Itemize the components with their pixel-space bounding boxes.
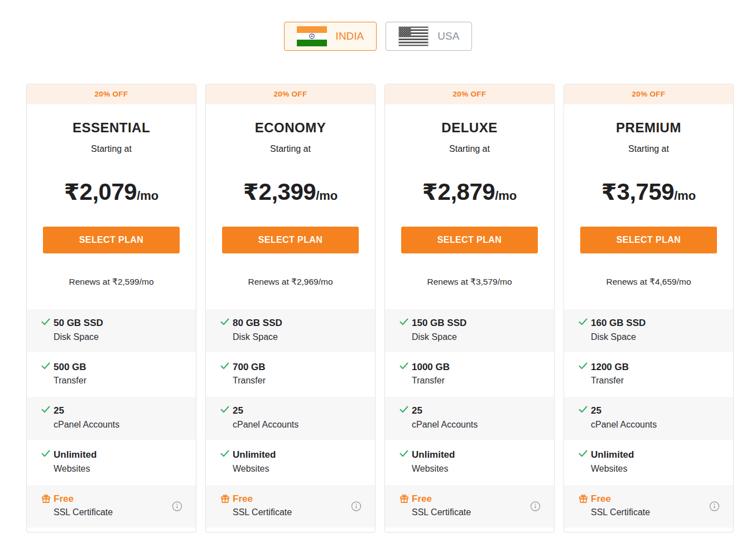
feature-value: 500 GB: [54, 361, 86, 375]
select-plan-button[interactable]: SELECT PLAN: [222, 227, 359, 253]
plan-card: 20% OFF DELUXE Starting at ₹2,879/mo SEL…: [384, 84, 555, 533]
plan-card: 20% OFF ESSENTIAL Starting at ₹2,079/mo …: [26, 84, 196, 533]
starting-at-label: Starting at: [206, 144, 375, 154]
plan-price: ₹3,759/mo: [564, 179, 733, 205]
feature-row-websites: Unlimited Websites: [27, 440, 196, 484]
feature-value: Free: [412, 492, 471, 506]
feature-value: 80 GB SSD: [233, 316, 282, 330]
plan-card: 20% OFF PREMIUM Starting at ₹3,759/mo SE…: [564, 84, 734, 533]
rupee-symbol: ₹: [243, 180, 259, 204]
gift-icon: [579, 494, 591, 503]
price-amount: 2,079: [80, 179, 137, 205]
select-plan-button[interactable]: SELECT PLAN: [580, 227, 717, 253]
feature-row-cpanel: 25 cPanel Accounts: [27, 396, 196, 440]
check-icon: [399, 450, 412, 457]
india-flag-icon: [297, 26, 327, 46]
renewal-price: Renews at ₹2,599/mo: [27, 277, 196, 309]
feature-row-websites: Unlimited Websites: [206, 440, 375, 484]
feature-row-cpanel: 25 cPanel Accounts: [564, 396, 733, 440]
feature-row-disk: 160 GB SSD Disk Space: [564, 309, 733, 352]
feature-row-ssl: Free SSL Certificate: [564, 484, 733, 528]
check-icon: [579, 318, 591, 325]
discount-badge: 20% OFF: [564, 84, 733, 104]
feature-row-ssl: Free SSL Certificate: [27, 484, 196, 528]
feature-label: Websites: [54, 462, 97, 476]
feature-label: cPanel Accounts: [54, 418, 119, 431]
price-period: /mo: [316, 189, 338, 203]
select-plan-button[interactable]: SELECT PLAN: [401, 227, 538, 253]
feature-row-ssl: Free SSL Certificate: [385, 484, 554, 528]
feature-label: Disk Space: [54, 330, 103, 344]
plan-name: ESSENTIAL: [27, 120, 196, 136]
price-amount: 2,399: [259, 179, 316, 205]
info-icon[interactable]: [530, 501, 541, 511]
discount-badge: 20% OFF: [27, 84, 196, 104]
feature-label: Transfer: [591, 374, 629, 387]
feature-row-disk: 80 GB SSD Disk Space: [206, 309, 375, 352]
feature-value: Free: [54, 492, 113, 506]
plan-price: ₹2,879/mo: [385, 179, 554, 205]
feature-value: 25: [233, 404, 298, 418]
rupee-symbol: ₹: [601, 180, 617, 204]
feature-value: 25: [412, 404, 478, 418]
country-button-india[interactable]: INDIA: [284, 22, 377, 51]
price-period: /mo: [137, 189, 158, 203]
feature-list: 150 GB SSD Disk Space 1000 GB Transfer: [385, 309, 554, 527]
feature-label: cPanel Accounts: [412, 418, 478, 431]
price-amount: 2,879: [438, 179, 495, 205]
feature-label: Websites: [412, 462, 455, 476]
country-button-usa[interactable]: USA: [386, 22, 472, 51]
rupee-symbol: ₹: [422, 180, 438, 204]
feature-row-disk: 50 GB SSD Disk Space: [27, 309, 196, 352]
check-icon: [579, 450, 591, 457]
feature-list: 50 GB SSD Disk Space 500 GB Transfer 2: [27, 309, 196, 527]
gift-icon: [41, 494, 54, 503]
feature-value: Free: [591, 492, 650, 506]
check-icon: [220, 362, 233, 370]
check-icon: [579, 406, 591, 413]
feature-label: Transfer: [233, 374, 266, 387]
info-icon[interactable]: [172, 501, 182, 511]
feature-value: Unlimited: [54, 448, 97, 462]
country-toggle: INDIA: [0, 0, 756, 51]
feature-label: Disk Space: [412, 330, 466, 344]
feature-list: 160 GB SSD Disk Space 1200 GB Transfer: [564, 309, 733, 527]
renewal-price: Renews at ₹4,659/mo: [564, 277, 733, 309]
feature-row-transfer: 700 GB Transfer: [206, 352, 375, 396]
feature-label: SSL Certificate: [54, 506, 113, 519]
feature-row-websites: Unlimited Websites: [385, 440, 554, 484]
plan-price: ₹2,079/mo: [27, 179, 196, 205]
rupee-symbol: ₹: [64, 180, 80, 204]
feature-value: 25: [54, 404, 119, 418]
info-icon[interactable]: [351, 501, 362, 511]
check-icon: [220, 318, 233, 325]
plan-name: ECONOMY: [206, 120, 375, 136]
select-plan-button[interactable]: SELECT PLAN: [43, 227, 180, 253]
feature-row-transfer: 1000 GB Transfer: [385, 352, 554, 396]
check-icon: [399, 318, 412, 325]
check-icon: [220, 450, 233, 457]
check-icon: [41, 406, 54, 413]
renewal-price: Renews at ₹3,579/mo: [385, 277, 554, 309]
feature-value: 1200 GB: [591, 361, 629, 375]
starting-at-label: Starting at: [385, 144, 554, 154]
feature-label: Websites: [591, 462, 634, 476]
check-icon: [41, 362, 54, 370]
feature-value: Unlimited: [233, 448, 276, 462]
gift-icon: [399, 494, 412, 503]
feature-label: Websites: [233, 462, 276, 476]
starting-at-label: Starting at: [27, 144, 196, 154]
feature-value: 700 GB: [233, 361, 266, 375]
gift-icon: [220, 494, 233, 503]
plan-name: PREMIUM: [564, 120, 733, 136]
feature-row-transfer: 1200 GB Transfer: [564, 352, 733, 396]
info-icon[interactable]: [709, 501, 720, 511]
renewal-price: Renews at ₹2,969/mo: [206, 277, 375, 309]
feature-value: 150 GB SSD: [412, 316, 466, 330]
feature-row-transfer: 500 GB Transfer: [27, 352, 196, 396]
feature-label: SSL Certificate: [412, 506, 471, 519]
feature-label: cPanel Accounts: [233, 418, 298, 431]
usa-flag-icon: [398, 26, 428, 46]
check-icon: [579, 362, 591, 370]
feature-value: 50 GB SSD: [54, 316, 103, 330]
